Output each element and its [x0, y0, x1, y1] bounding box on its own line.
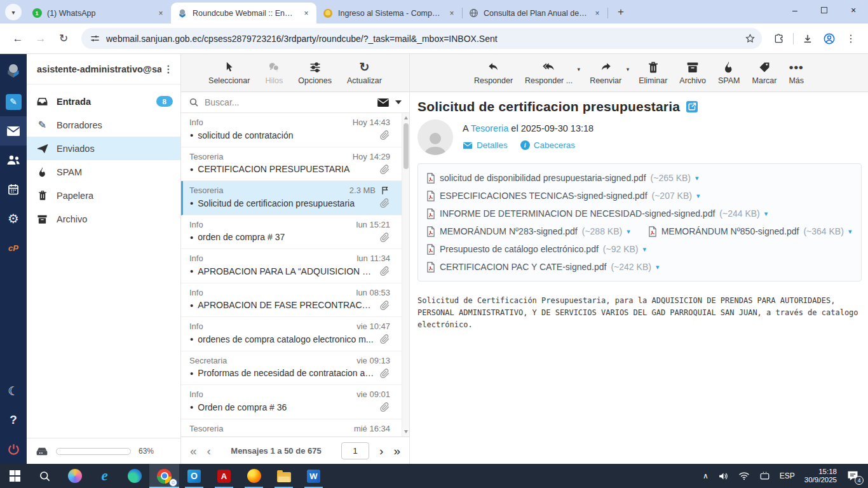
tab-search-button[interactable]: ▾ — [5, 4, 22, 20]
headers-toggle[interactable]: i Cabeceras — [520, 140, 575, 150]
settings-nav-button[interactable]: ⚙ — [0, 204, 27, 233]
search-input[interactable] — [205, 97, 371, 107]
wifi-icon[interactable] — [738, 471, 750, 480]
word-button[interactable]: W — [299, 464, 329, 488]
list-item-selected[interactable]: Tesoreria2.3 MB •Solicitud de certificac… — [181, 181, 409, 215]
outlook-button[interactable]: O — [179, 464, 209, 488]
firefox-button[interactable] — [239, 464, 269, 488]
new-tab-button[interactable]: + — [613, 4, 629, 20]
copilot-button[interactable] — [60, 464, 90, 488]
attachment-menu-caret-icon[interactable]: ▾ — [696, 192, 700, 200]
list-item[interactable]: InfoHoy 14:43 •solicitud de contratación — [181, 113, 409, 147]
notification-center-button[interactable]: 4 — [846, 470, 860, 482]
volume-icon[interactable] — [718, 471, 729, 481]
tab-close-icon[interactable]: × — [592, 8, 602, 18]
more-button[interactable]: ••• Más — [789, 61, 804, 85]
file-explorer-button[interactable] — [269, 464, 299, 488]
calendar-nav-button[interactable] — [0, 175, 27, 204]
folder-entrada[interactable]: Entrada 8 — [27, 90, 180, 113]
last-page-button[interactable]: » — [393, 445, 400, 457]
folder-borradores[interactable]: ✎ Borradores — [27, 113, 180, 137]
dropdown-caret-icon[interactable]: ▾ — [578, 66, 581, 72]
back-button[interactable]: ← — [8, 29, 28, 49]
internet-explorer-button[interactable]: e — [90, 464, 119, 488]
list-item[interactable]: Infolun 15:21 •orden de compra # 37 — [181, 215, 409, 250]
chrome-button-active[interactable]: ☺ — [149, 464, 179, 488]
forward-button[interactable]: Reenviar ▾ — [590, 61, 621, 85]
attachment-menu-caret-icon[interactable]: ▾ — [642, 245, 646, 254]
first-page-button[interactable]: « — [190, 445, 197, 457]
recipient-link[interactable]: Tesoreria — [471, 123, 509, 133]
compose-button[interactable]: ✎ — [0, 87, 27, 116]
clock[interactable]: 15:18 30/9/2025 — [804, 468, 837, 485]
language-indicator[interactable]: ESP — [780, 471, 795, 480]
page-input[interactable] — [341, 442, 369, 459]
delete-button[interactable]: Eliminar — [639, 61, 667, 85]
attachment-item[interactable]: MEMORÁNDUM Nº283-signed.pdf (~288 KB) ▾ — [426, 226, 630, 237]
prev-page-button[interactable]: ‹ — [207, 445, 211, 457]
tab-roundcube-active[interactable]: Roundcube Webmail :: Enviados × — [171, 3, 316, 24]
downloads-icon[interactable] — [798, 29, 817, 48]
reply-all-button[interactable]: Responder ... ▾ — [525, 61, 573, 85]
contacts-nav-button[interactable] — [0, 146, 27, 175]
tab-compras[interactable]: Ingreso al Sistema - Compras P × — [316, 3, 462, 24]
attachment-item[interactable]: INFORME DE DETERMINACION DE NECESIDAD-si… — [426, 208, 768, 219]
site-settings-icon[interactable] — [90, 34, 100, 43]
list-scrollbar[interactable] — [402, 113, 409, 437]
dark-mode-button[interactable]: ☾ — [0, 376, 27, 405]
attachment-item[interactable]: CERTIFICACION PAC Y CATE-signed.pdf (~24… — [426, 262, 659, 273]
forward-button[interactable]: → — [31, 29, 51, 49]
attachment-item[interactable]: solicitud de disponibilidad presupuestar… — [426, 173, 699, 184]
help-button[interactable]: ? — [0, 405, 27, 435]
dropdown-caret-icon[interactable]: ▾ — [627, 66, 630, 72]
start-button[interactable] — [0, 464, 30, 488]
acrobat-button[interactable]: A — [209, 464, 239, 488]
tray-expand-chevron-icon[interactable]: ∧ — [703, 471, 709, 480]
scope-envelope-icon[interactable] — [377, 98, 390, 107]
mail-nav-button[interactable] — [0, 116, 27, 146]
minimize-button[interactable]: – — [780, 0, 810, 20]
attachment-item[interactable]: MEMORÁNDUM Nº850-signed.pdf (~364 KB) ▾ — [648, 226, 852, 237]
refresh-button[interactable]: ↻ Actualizar — [347, 61, 382, 85]
folder-archivo[interactable]: Archivo — [27, 207, 180, 231]
tab-plan-anual[interactable]: Consulta del Plan Anual de Con × — [462, 3, 607, 24]
mark-button[interactable]: Marcar — [752, 61, 777, 85]
folder-papelera[interactable]: Papelera — [27, 184, 180, 207]
attachment-item[interactable]: ESPECIFICACIONES TECNICAS-signed-signed.… — [426, 191, 700, 201]
reload-button[interactable]: ↻ — [53, 29, 74, 49]
flag-icon[interactable] — [381, 186, 390, 195]
extensions-icon[interactable] — [770, 29, 789, 48]
list-item[interactable]: TesoreriaHoy 14:29 •CERTIFICACION PRESUP… — [181, 147, 409, 182]
attachment-menu-caret-icon[interactable]: ▾ — [656, 263, 660, 271]
list-item[interactable]: Infovie 10:47 •ordenes de compra catalog… — [181, 317, 409, 351]
cpanel-link[interactable]: cP — [0, 233, 27, 262]
attachment-menu-caret-icon[interactable]: ▾ — [695, 174, 699, 182]
list-item[interactable]: Secretariavie 09:13 •Proformas de necesi… — [181, 351, 409, 386]
list-item[interactable]: Infolun 11:34 •APROBACION PARA LA “ADQUI… — [181, 249, 409, 283]
attachment-item[interactable]: Presupuesto de catálogo electrónico.pdf … — [426, 244, 646, 255]
display-connect-icon[interactable] — [759, 471, 770, 480]
tab-whatsapp[interactable]: 1 (1) WhatsApp × — [25, 3, 171, 24]
bookmark-star-icon[interactable] — [740, 29, 759, 48]
tab-close-icon[interactable]: × — [301, 8, 311, 18]
list-item[interactable]: Tesoreriamié 16:34 — [181, 419, 409, 437]
folder-enviados-active[interactable]: Enviados — [27, 137, 180, 160]
tab-close-icon[interactable]: × — [156, 8, 166, 18]
address-bar[interactable]: webmail.sanjuan.gob.ec/cpsess2879723216/… — [81, 28, 762, 49]
folder-spam[interactable]: SPAM — [27, 160, 180, 184]
attachment-menu-caret-icon[interactable]: ▾ — [764, 210, 768, 218]
scroll-down-icon[interactable] — [404, 430, 408, 433]
archive-button[interactable]: Archivo — [679, 61, 706, 85]
scroll-up-icon[interactable] — [404, 116, 408, 119]
external-link-icon[interactable] — [686, 101, 698, 112]
next-page-button[interactable]: › — [379, 445, 383, 457]
list-item[interactable]: Infovie 09:01 •Orden de compra # 36 — [181, 385, 409, 419]
scrollbar-thumb[interactable] — [403, 123, 409, 169]
tab-close-icon[interactable]: × — [447, 8, 457, 18]
profile-avatar-icon[interactable] — [820, 29, 839, 48]
select-button[interactable]: Seleccionar — [208, 61, 250, 85]
browser-menu-icon[interactable]: ⋮ — [841, 29, 860, 48]
reply-button[interactable]: Responder — [474, 61, 513, 85]
list-item[interactable]: Infolun 08:53 •APROBACION DE FASE PRECON… — [181, 283, 409, 318]
close-window-button[interactable]: × — [839, 0, 868, 20]
